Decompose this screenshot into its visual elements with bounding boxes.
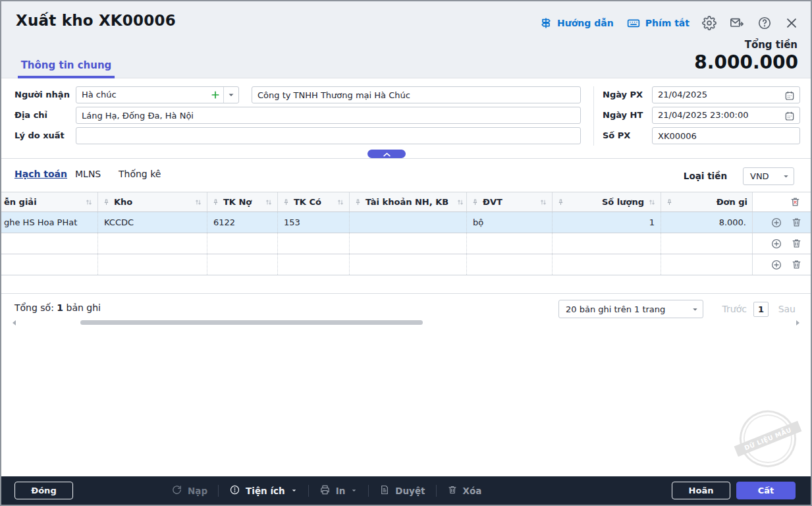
export-date-field[interactable]: 21/04/2025	[652, 86, 800, 103]
prev-page-button[interactable]: Trước	[722, 304, 747, 314]
record-count-suffix: bản ghi	[67, 302, 101, 313]
scroll-left-icon[interactable]	[13, 320, 16, 325]
add-row-icon[interactable]	[771, 217, 782, 229]
currency-select[interactable]: VND	[743, 167, 794, 185]
add-row-icon[interactable]	[771, 238, 782, 250]
current-page-box[interactable]: 1	[753, 302, 769, 317]
cell-unit[interactable]: bộ	[466, 212, 552, 233]
cell-credit-account[interactable]	[277, 233, 349, 254]
column-header-description[interactable]: ễn giải	[1, 192, 97, 211]
sort-icon[interactable]	[456, 198, 464, 206]
sort-icon[interactable]	[265, 198, 273, 206]
cell-bank-account[interactable]	[349, 233, 466, 254]
calendar-icon[interactable]	[784, 111, 795, 126]
shortcuts-link[interactable]: Phím tắt	[626, 16, 690, 30]
scroll-right-icon[interactable]	[796, 320, 799, 325]
horizontal-scrollbar[interactable]	[1, 318, 811, 326]
scrollbar-thumb[interactable]	[80, 320, 423, 325]
cell-bank-account[interactable]	[349, 254, 466, 275]
close-button[interactable]: Đóng	[14, 482, 73, 499]
cell-debit-account[interactable]: 6122	[207, 212, 277, 233]
reload-button[interactable]: Nạp	[171, 484, 207, 497]
pin-icon[interactable]	[557, 198, 564, 206]
cell-unit[interactable]	[466, 254, 552, 275]
cell-quantity[interactable]	[552, 233, 661, 254]
page-size-select[interactable]: 20 bản ghi trên 1 trang	[558, 300, 703, 318]
pin-icon[interactable]	[354, 198, 362, 206]
table-row[interactable]: ghe HS Hoa PHat KCCDC 6122 153 bộ 1 8.00…	[1, 212, 811, 233]
recipient-combobox[interactable]: Hà chúc	[76, 86, 239, 103]
column-header-unit[interactable]: ĐVT	[466, 192, 552, 211]
refresh-icon	[171, 484, 182, 497]
column-header-debit-account[interactable]: TK Nợ	[207, 192, 277, 211]
mail-send-icon[interactable]	[729, 16, 745, 30]
pin-icon[interactable]	[283, 198, 290, 206]
recipient-dropdown-icon[interactable]	[224, 90, 238, 99]
cell-unit-price[interactable]	[661, 233, 752, 254]
action-bar-center: Nạp Tiện ích In Duyệt Xóa	[171, 476, 481, 505]
voucher-number-field[interactable]	[652, 127, 800, 144]
next-page-button[interactable]: Sau	[778, 304, 796, 314]
delete-row-icon[interactable]	[791, 259, 802, 270]
cell-warehouse[interactable]: KCCDC	[97, 212, 207, 233]
tab-general-info[interactable]: Thông tin chung	[18, 59, 115, 71]
pin-icon[interactable]	[103, 198, 110, 206]
sort-icon[interactable]	[85, 198, 93, 206]
guide-link[interactable]: Hướng dẫn	[539, 16, 614, 30]
column-header-quantity[interactable]: Số lượng	[552, 192, 661, 211]
save-button[interactable]: Cất	[736, 482, 796, 499]
posting-date-field[interactable]: 21/04/2025 23:00:00	[652, 107, 800, 124]
sort-icon[interactable]	[539, 198, 547, 206]
address-label: Địa chỉ	[14, 107, 47, 124]
delete-all-rows-icon[interactable]	[790, 196, 801, 208]
cell-credit-account[interactable]	[277, 254, 349, 275]
add-row-icon[interactable]	[771, 259, 782, 271]
cell-unit-price[interactable]	[661, 254, 752, 275]
print-button[interactable]: In	[319, 484, 358, 497]
collapse-form-button[interactable]	[367, 150, 406, 158]
table-row[interactable]	[1, 233, 811, 254]
cell-unit-price[interactable]: 8.000.	[661, 212, 752, 233]
sort-icon[interactable]	[648, 198, 656, 206]
sort-icon[interactable]	[194, 198, 202, 206]
add-recipient-icon[interactable]	[207, 90, 223, 100]
cell-description[interactable]	[1, 254, 97, 275]
utilities-button[interactable]: Tiện ích	[229, 484, 298, 497]
tab-accounting[interactable]: Hạch toán	[14, 169, 67, 179]
cell-unit[interactable]	[466, 233, 552, 254]
tab-mlns[interactable]: MLNS	[75, 169, 101, 179]
cell-quantity[interactable]	[552, 254, 661, 275]
delete-row-icon[interactable]	[791, 238, 802, 249]
cell-debit-account[interactable]	[207, 254, 277, 275]
table-row[interactable]	[1, 254, 811, 275]
sort-icon[interactable]	[337, 198, 344, 206]
tab-statistics[interactable]: Thống kê	[119, 169, 161, 179]
calendar-icon[interactable]	[784, 90, 795, 106]
column-header-unit-price[interactable]: Đơn gi	[661, 192, 752, 211]
pin-icon[interactable]	[212, 198, 219, 206]
column-header-warehouse[interactable]: Kho	[97, 192, 207, 211]
pin-icon[interactable]	[666, 198, 673, 206]
cell-warehouse[interactable]	[97, 254, 207, 275]
cell-quantity[interactable]: 1	[552, 212, 661, 233]
cell-credit-account[interactable]: 153	[277, 212, 349, 233]
column-header-credit-account[interactable]: TK Có	[277, 192, 349, 211]
gear-icon[interactable]	[702, 16, 717, 30]
help-circle-icon[interactable]	[757, 16, 772, 30]
cell-bank-account[interactable]	[349, 212, 466, 233]
cell-description[interactable]	[1, 233, 97, 254]
delete-row-icon[interactable]	[791, 217, 802, 228]
cell-description[interactable]: ghe HS Hoa PHat	[1, 212, 97, 233]
cell-debit-account[interactable]	[207, 233, 277, 254]
company-field[interactable]	[252, 86, 581, 103]
column-header-bank-account[interactable]: Tài khoản NH, KB	[349, 192, 466, 211]
address-field[interactable]	[76, 107, 581, 124]
postpone-button[interactable]: Hoãn	[672, 482, 730, 499]
delete-button[interactable]: Xóa	[447, 484, 482, 497]
approve-button[interactable]: Duyệt	[379, 484, 425, 497]
export-reason-field[interactable]	[76, 127, 581, 144]
column-header-label: TK Có	[294, 197, 321, 207]
close-icon[interactable]	[784, 16, 799, 30]
cell-warehouse[interactable]	[97, 233, 207, 254]
pin-icon[interactable]	[472, 198, 479, 206]
